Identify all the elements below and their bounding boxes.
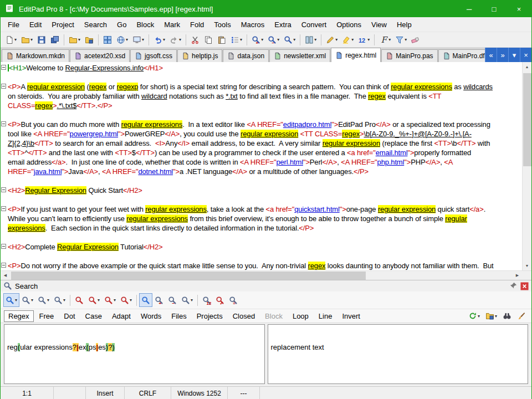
menu-go[interactable]: Go (112, 18, 131, 31)
save-project-button[interactable] (83, 33, 96, 47)
menu-block[interactable]: Block (131, 18, 159, 31)
option-adapt-toggle[interactable]: Adapt (108, 310, 135, 322)
fold-marker[interactable] (1, 204, 8, 214)
menu-options[interactable]: Options (331, 18, 366, 31)
search-folder-button[interactable]: ▾ (483, 309, 499, 323)
editor-line[interactable] (1, 110, 522, 120)
menu-view[interactable]: View (366, 18, 392, 31)
option-dot-toggle[interactable]: Dot (59, 310, 79, 322)
filter-button[interactable]: ▾ (393, 33, 409, 47)
menu-tools[interactable]: Tools (209, 18, 236, 31)
clipboard-button[interactable]: ▾ (228, 33, 244, 47)
tab-acetext20-xsd[interactable]: acetext20.xsd (70, 49, 130, 62)
option-projects-toggle[interactable]: Projects (192, 310, 227, 322)
replacement-input[interactable]: replacement text (268, 324, 529, 384)
cut-button[interactable] (188, 33, 202, 47)
status-position[interactable]: 1:1 (1, 387, 54, 399)
fold-marker[interactable] (1, 82, 8, 91)
open-project-button[interactable]: ▾ (66, 33, 83, 47)
search-pattern-input[interactable]: reg(ular expressions?|ex(ps|es)?) (4, 324, 265, 384)
brush-button[interactable] (515, 309, 528, 323)
mark-matches-button[interactable]: ✓ (213, 293, 227, 307)
side-by-side-button[interactable] (101, 33, 114, 47)
tab-helptip-js[interactable]: helptip.js (177, 49, 222, 62)
editor-line[interactable] (1, 233, 522, 242)
replace-all-button[interactable]: ▾ (118, 293, 134, 307)
tab-list-button[interactable]: ▾ (508, 48, 520, 62)
option-invert-toggle[interactable]: Invert (337, 310, 365, 322)
editor-line[interactable]: on steroids. You are probably familiar w… (1, 91, 522, 101)
replace-up-button[interactable]: ▾ (102, 293, 118, 307)
paste-button[interactable] (215, 33, 228, 47)
undo-button[interactable]: ▾ (151, 33, 167, 47)
editor-line[interactable]: <P>Do not worry if the above example or … (1, 261, 522, 270)
save-all-button[interactable] (48, 33, 62, 47)
new-window-button[interactable]: ▾ (130, 33, 146, 47)
option-free-toggle[interactable]: Free (35, 310, 59, 322)
menu-file[interactable]: File (3, 18, 24, 31)
maximize-button[interactable]: □ (482, 1, 507, 17)
zoom-out-button[interactable]: −▾ (265, 33, 282, 47)
zoom-reset-button[interactable]: ▾ (282, 33, 298, 47)
editor-line[interactable]: <H2>Regular Expression Quick Start</H2> (1, 186, 522, 195)
menu-project[interactable]: Project (47, 18, 79, 31)
open-file-button[interactable]: ▾ (19, 33, 35, 47)
search-down-button[interactable]: ▾ (19, 293, 35, 307)
scroll-right-button[interactable]: ▶ (513, 271, 522, 280)
search-up-button[interactable]: ▾ (35, 293, 52, 307)
menu-edit[interactable]: Edit (24, 18, 47, 31)
zoom-in-button[interactable]: +▾ (249, 33, 265, 47)
highlight-selection-button[interactable]: ▾ (340, 33, 356, 47)
option-case-toggle[interactable]: Case (81, 310, 106, 322)
option-closed-toggle[interactable]: Closed (228, 310, 259, 322)
status-insert-mode[interactable]: Insert (86, 387, 125, 399)
editor-line[interactable] (1, 73, 522, 82)
horizontal-scrollbar[interactable]: ◀ ▶ (1, 270, 531, 280)
tab-mainpro-dfm[interactable]: MainPro.dfm (438, 49, 485, 62)
fold-marker[interactable] (1, 261, 8, 270)
text-layout-button[interactable]: F▾ (377, 33, 393, 47)
compare-files-button[interactable]: ▾ (303, 33, 319, 47)
line-numbers-button[interactable]: 12▾ (356, 33, 372, 47)
menu-mark[interactable]: Mark (159, 18, 185, 31)
status-file-status[interactable]: --- (228, 387, 260, 399)
option-words-toggle[interactable]: Words (136, 310, 166, 322)
vertical-scrollbar[interactable]: ▲ ▼ (522, 62, 531, 270)
pin-icon[interactable] (509, 282, 518, 290)
editor-line[interactable] (1, 252, 522, 261)
fold-marker[interactable] (1, 63, 8, 73)
status-line-breaks[interactable]: CRLF (125, 387, 171, 399)
fold-marker[interactable] (1, 242, 8, 252)
tab-data-json[interactable]: data.json (223, 49, 269, 62)
status-selection[interactable] (54, 387, 86, 399)
search-panel-close-button[interactable] (520, 282, 529, 290)
browser-button[interactable]: ▾ (114, 33, 130, 47)
count-matches-button[interactable]: 123 (200, 293, 213, 307)
tab-regex-html[interactable]: regex.html (331, 48, 381, 62)
clear-formatting-button[interactable] (409, 33, 422, 47)
status-encoding[interactable]: Windows 1252 (171, 387, 228, 399)
editor-line[interactable]: email address</a>. In just one line of c… (1, 157, 522, 167)
tab-markdown-mkdn[interactable]: Markdown.mkdn (2, 49, 69, 62)
option-regex-toggle[interactable]: Regex (4, 310, 34, 322)
editor-line[interactable]: <P>But you can do much more with regular… (1, 120, 522, 129)
editor-line[interactable]: expressions. Each section in the quick s… (1, 223, 522, 233)
scroll-up-button[interactable]: ▲ (523, 62, 531, 71)
menu-fold[interactable]: Fold (185, 18, 209, 31)
app-icon[interactable] (5, 4, 15, 14)
binoculars-button[interactable] (500, 309, 514, 323)
menu-help[interactable]: Help (392, 18, 417, 31)
tab-mainpro-pas[interactable]: MainPro.pas (381, 49, 437, 62)
scroll-left-button[interactable]: ◀ (1, 271, 10, 280)
editor-line[interactable]: <TT>^</TT> and the last one with <TT>$</… (1, 148, 522, 157)
option-files-toggle[interactable]: Files (167, 310, 191, 322)
menu-convert[interactable]: Convert (296, 18, 332, 31)
fold-marker[interactable] (1, 186, 8, 195)
highlight-matches-button[interactable] (139, 293, 152, 307)
editor-line[interactable]: CLASS=regex>.*\.txt$</TT>.</P> (1, 101, 522, 110)
editor-line[interactable]: tool like <A HREF="powergrep.html">Power… (1, 129, 522, 139)
recent-searches-button[interactable]: ▾ (466, 309, 482, 323)
menu-macros[interactable]: Macros (236, 18, 270, 31)
option-loop-toggle[interactable]: Loop (288, 310, 313, 322)
tab-scroll-left-button[interactable]: « (485, 48, 497, 62)
